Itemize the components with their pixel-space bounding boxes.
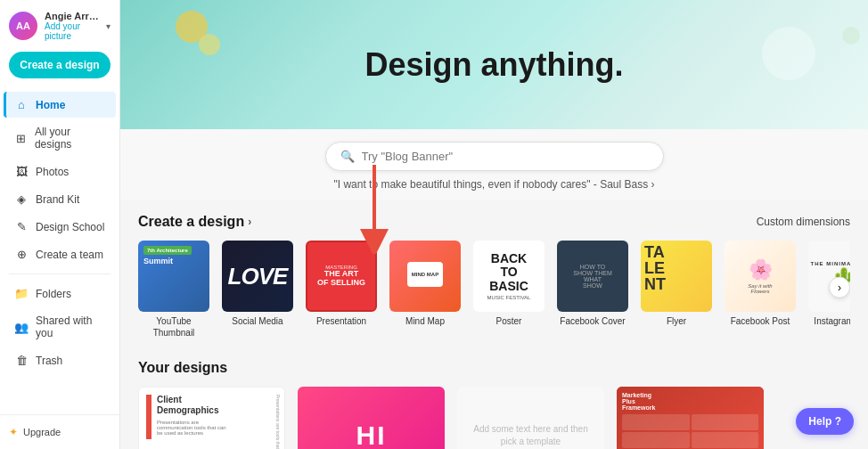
design-card-untitled1[interactable]: Add some text here and then pick a templ… [457, 387, 604, 449]
template-flyer[interactable]: TALENT Flyer [641, 241, 712, 327]
facebook-post-label: Facebook Post [731, 315, 790, 327]
svg-point-3 [842, 27, 860, 45]
presentation-thumb: MASTERING THE ARTOF SELLING [306, 241, 377, 312]
mm-content: MIND MAP [389, 241, 461, 312]
sidebar-item-design-school[interactable]: ✎ Design School [4, 214, 116, 240]
templates-row: 7th Architecture Summit YouTubeThumbnail… [138, 241, 850, 339]
sidebar-item-brand-kit[interactable]: ◈ Brand Kit [4, 186, 116, 212]
team-icon: ⊕ [14, 248, 29, 261]
sidebar-item-folders-label: Folders [36, 288, 71, 300]
template-mind-map[interactable]: MIND MAP Mind Map [389, 241, 461, 327]
trash-icon: 🗑 [14, 354, 29, 367]
untitled2-thumb: MarketingPlusFramework [617, 387, 764, 449]
design-card-hi[interactable]: HI Hi [298, 387, 445, 449]
sidebar-item-home-label: Home [36, 99, 65, 111]
youtube-thumbnail-label: YouTubeThumbnail [153, 315, 195, 339]
client-red-bar [146, 395, 151, 439]
sidebar-item-create-team[interactable]: ⊕ Create a team [4, 241, 116, 267]
yt-content: 7th Architecture Summit [138, 241, 209, 272]
yt-badge: 7th Architecture [143, 246, 192, 255]
sidebar-item-home[interactable]: ⌂ Home [4, 92, 116, 118]
upgrade-button[interactable]: ✦ Upgrade [9, 422, 111, 442]
hero-title: Design anything. [364, 46, 623, 84]
youtube-thumbnail-thumb: 7th Architecture Summit [138, 241, 209, 312]
chevron-down-icon: ▾ [106, 21, 111, 31]
create-section: Create a design › Custom dimensions 7th … [120, 200, 868, 346]
your-designs-section: Your designs ClientDemographics Presenta… [120, 346, 868, 449]
your-designs-grid: ClientDemographics Presentations arecomm… [138, 387, 850, 449]
create-section-title[interactable]: Create a design › [138, 214, 251, 230]
instagram-label: Instagram Post [814, 315, 850, 327]
upgrade-label: Upgrade [23, 427, 61, 437]
presentation-label: Presentation [316, 315, 366, 327]
facebook-cover-thumb: HOW TOSHOW THEMWHATSHOW [557, 241, 628, 312]
u2-cell-1 [622, 414, 690, 430]
home-icon: ⌂ [14, 98, 29, 111]
search-input[interactable] [362, 150, 649, 163]
poster-title: BACKTOBASIC [489, 252, 528, 293]
flyer-content: TALENT [641, 241, 712, 312]
fb-cover-content: HOW TOSHOW THEMWHATSHOW [557, 241, 628, 312]
pres-main: THE ARTOF SELLING [317, 270, 365, 288]
template-presentation[interactable]: MASTERING THE ARTOF SELLING Presentation [306, 241, 377, 327]
sidebar-item-trash[interactable]: 🗑 Trash [4, 347, 116, 373]
sidebar-item-all-designs[interactable]: ⊞ All your designs [4, 119, 116, 157]
templates-next-arrow[interactable]: › [829, 277, 850, 298]
sidebar-item-create-team-label: Create a team [36, 249, 103, 261]
folder-icon: 📁 [14, 287, 29, 300]
avatar: AA [9, 12, 37, 40]
help-button[interactable]: Help ? [796, 408, 854, 435]
template-facebook-post[interactable]: 🌸 Say it withFlowers Facebook Post [725, 241, 796, 327]
client-demo-thumb: ClientDemographics Presentations arecomm… [138, 387, 285, 449]
sidebar-item-photos[interactable]: 🖼 Photos [4, 159, 116, 184]
create-title-text: Create a design [138, 214, 244, 230]
u2-cell-4 [692, 432, 759, 448]
sidebar-bottom: ✦ Upgrade [0, 414, 119, 449]
untitled2-grid [622, 414, 758, 448]
template-youtube-thumbnail[interactable]: 7th Architecture Summit YouTubeThumbnail [138, 241, 209, 339]
pres-content: MASTERING THE ARTOF SELLING [307, 242, 375, 310]
search-section: 🔍 "I want to make beautiful things, even… [120, 129, 868, 200]
flyer-thumb: TALENT [641, 241, 712, 312]
instagram-thumb: THE MINIMAL LISTS 🌵 [808, 241, 850, 312]
custom-dimensions-link[interactable]: Custom dimensions [757, 216, 850, 228]
untitled2-title: MarketingPlusFramework [622, 392, 758, 411]
untitled1-content: Add some text here and then pick a templ… [457, 387, 604, 449]
design-card-untitled2[interactable]: MarketingPlusFramework Untitled Design [617, 387, 764, 449]
sidebar: AA Angie Arriesga... Add your picture ▾ … [0, 0, 120, 449]
school-icon: ✎ [14, 220, 29, 233]
upgrade-icon: ✦ [9, 426, 18, 438]
sidebar-item-design-school-label: Design School [36, 221, 104, 233]
create-section-header: Create a design › Custom dimensions [138, 214, 850, 230]
svg-point-2 [755, 20, 823, 88]
fb-post-text: Say it withFlowers [748, 283, 772, 294]
sidebar-item-trash-label: Trash [36, 355, 62, 367]
photos-icon: 🖼 [14, 165, 29, 178]
sidebar-item-shared[interactable]: 👥 Shared with you [4, 308, 116, 346]
u2-cell-3 [622, 432, 690, 448]
flyer-label: Flyer [667, 315, 686, 327]
client-side-text: Presentations are tools that [275, 395, 281, 449]
user-profile[interactable]: AA Angie Arriesga... Add your picture ▾ [0, 0, 119, 48]
your-designs-title: Your designs [138, 360, 227, 376]
shared-icon: 👥 [14, 321, 29, 334]
brand-icon: ◈ [14, 192, 29, 206]
sidebar-item-folders[interactable]: 📁 Folders [4, 281, 116, 306]
sidebar-item-all-designs-label: All your designs [35, 126, 105, 151]
untitled2-content: MarketingPlusFramework [617, 387, 764, 449]
sidebar-item-brand-kit-label: Brand Kit [36, 193, 79, 206]
mindmap-thumb: MIND MAP [389, 241, 461, 312]
fb-post-content: 🌸 Say it withFlowers [725, 241, 796, 312]
design-card-client-demo[interactable]: ClientDemographics Presentations arecomm… [138, 387, 285, 449]
template-facebook-cover[interactable]: HOW TOSHOW THEMWHATSHOW Facebook Cover [557, 241, 628, 327]
template-poster[interactable]: BACKTOBASIC MUSIC FESTIVAL Poster [473, 241, 545, 327]
quote-text: "I want to make beautiful things, even i… [333, 178, 654, 191]
insta-content: THE MINIMAL LISTS 🌵 [808, 241, 850, 312]
add-picture-link[interactable]: Add your picture [45, 21, 99, 41]
template-social-media[interactable]: LOVE Social Media [222, 241, 293, 327]
client-sub: Presentations arecommunication tools tha… [146, 420, 277, 436]
create-design-button[interactable]: Create a design [9, 52, 111, 78]
flower-graphic: 🌸 [749, 258, 773, 282]
social-content: LOVE [222, 241, 293, 312]
search-bar-container[interactable]: 🔍 [325, 142, 664, 171]
